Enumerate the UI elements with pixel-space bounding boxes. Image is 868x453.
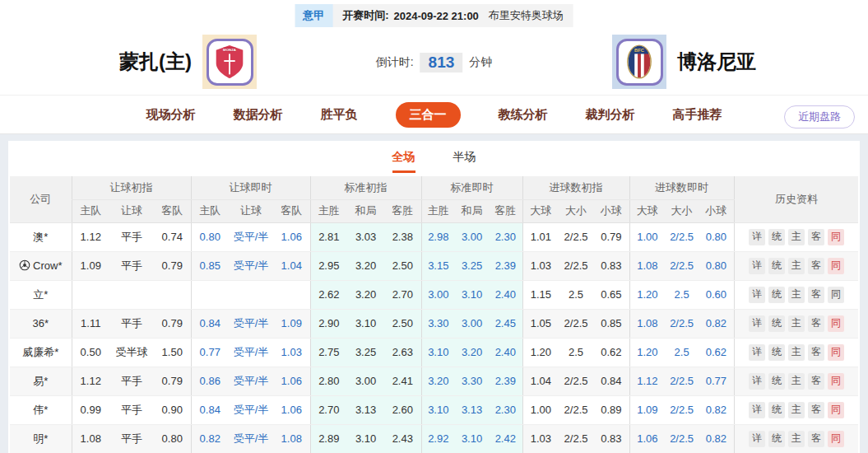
history-button-2[interactable]: 主: [788, 315, 805, 332]
odds-cell: 2.50: [384, 251, 421, 280]
history-button-4[interactable]: 同: [828, 431, 844, 447]
odds-cell: 3.03: [347, 222, 384, 251]
history-button-2[interactable]: 主: [788, 258, 805, 274]
odds-cell: 1.01: [522, 222, 559, 251]
col-group-2: 标准初指: [310, 176, 421, 199]
history-button-1[interactable]: 统: [768, 229, 785, 245]
history-button-0[interactable]: 详: [749, 258, 765, 274]
odds-cell: 2/2.5: [559, 395, 593, 424]
history-button-3[interactable]: 客: [808, 344, 824, 361]
odds-cell: 0.62: [593, 338, 629, 367]
company-name[interactable]: 威廉希*: [10, 338, 72, 367]
odds-cell: 2.75: [310, 338, 347, 367]
company-row: 易*1.12平手0.790.86受平/半1.062.803.002.413.20…: [10, 367, 858, 395]
history-button-2[interactable]: 主: [788, 431, 805, 447]
history-button-2[interactable]: 主: [788, 402, 805, 418]
subtab-1[interactable]: 半场: [453, 150, 476, 173]
odds-cell: 2.39: [489, 251, 522, 280]
odds-cell: 受平/半: [229, 251, 273, 280]
away-team-block: BFC 博洛尼亚: [612, 35, 756, 89]
history-button-1[interactable]: 统: [768, 402, 785, 418]
history-button-0[interactable]: 详: [749, 287, 765, 303]
history-button-1[interactable]: 统: [768, 373, 785, 390]
odds-cell: 3.15: [421, 251, 455, 280]
odds-cell: 3.30: [455, 367, 489, 395]
company-name[interactable]: 伟*: [10, 395, 72, 424]
history-button-4[interactable]: 同: [828, 402, 844, 418]
history-button-2[interactable]: 主: [788, 344, 805, 361]
nav-tab-6[interactable]: 高手推荐: [673, 107, 722, 123]
company-name[interactable]: 立*: [10, 280, 72, 309]
odds-cell: 2/2.5: [559, 309, 593, 338]
subtab-0[interactable]: 全场: [392, 150, 415, 173]
bologna-crest-icon: BFC: [616, 39, 663, 86]
nav-tab-5[interactable]: 裁判分析: [586, 107, 635, 123]
history-button-1[interactable]: 统: [768, 315, 785, 332]
history-button-3[interactable]: 客: [808, 431, 824, 447]
svg-text:BFC: BFC: [634, 48, 644, 53]
history-button-4[interactable]: 同: [828, 373, 844, 390]
history-button-3[interactable]: 客: [808, 229, 824, 245]
period-subtabs: 全场半场: [8, 141, 860, 173]
odds-cell: 0.82: [699, 395, 734, 424]
company-name[interactable]: 易*: [10, 367, 72, 395]
history-button-0[interactable]: 详: [749, 344, 765, 361]
history-button-4[interactable]: 同: [828, 229, 844, 245]
history-button-0[interactable]: 详: [749, 315, 765, 332]
nav-tab-0[interactable]: 现场分析: [146, 107, 196, 123]
odds-cell: 3.10: [347, 309, 384, 338]
odds-cell: 2.45: [489, 309, 522, 338]
history-button-3[interactable]: 客: [808, 287, 824, 303]
history-button-4[interactable]: 同: [828, 258, 844, 274]
history-button-1[interactable]: 统: [768, 344, 785, 361]
countdown-value: 813: [420, 53, 463, 72]
history-button-1[interactable]: 统: [768, 431, 785, 447]
odds-cell: 2/2.5: [665, 251, 699, 280]
history-button-4[interactable]: 同: [828, 287, 844, 303]
odds-cell: 3.20: [347, 280, 384, 309]
col-sub-1-0: 主队: [191, 199, 229, 222]
history-button-2[interactable]: 主: [788, 287, 805, 303]
history-button-0[interactable]: 详: [749, 373, 765, 390]
history-button-0[interactable]: 详: [749, 229, 765, 245]
nav-tab-1[interactable]: 数据分析: [234, 107, 283, 123]
odds-cell: 2.38: [384, 222, 421, 251]
col-sub-1-2: 客队: [273, 199, 310, 222]
odds-cell: 2.5: [665, 280, 699, 309]
history-button-0[interactable]: 详: [749, 431, 765, 447]
odds-cell: 2.60: [384, 395, 421, 424]
nav-tab-3[interactable]: 三合一: [396, 102, 461, 128]
odds-cell: 2.40: [489, 280, 522, 309]
history-button-3[interactable]: 客: [808, 315, 824, 332]
history-button-2[interactable]: 主: [788, 373, 805, 390]
recent-trend-button[interactable]: 近期盘路: [784, 105, 855, 128]
history-button-0[interactable]: 详: [749, 402, 765, 418]
nav-tab-4[interactable]: 教练分析: [499, 107, 548, 123]
odds-cell: 0.79: [593, 222, 629, 251]
history-button-1[interactable]: 统: [768, 258, 785, 274]
company-name[interactable]: 澳*: [10, 222, 72, 251]
history-button-3[interactable]: 客: [808, 402, 824, 418]
history-button-4[interactable]: 同: [828, 344, 844, 361]
company-name[interactable]: Crow*: [10, 251, 72, 280]
history-button-2[interactable]: 主: [788, 229, 805, 245]
history-button-4[interactable]: 同: [828, 315, 844, 332]
company-name[interactable]: 36*: [10, 309, 72, 338]
history-button-3[interactable]: 客: [808, 373, 824, 390]
odds-cell: 2.63: [384, 338, 421, 367]
nav-tab-2[interactable]: 胜平负: [321, 107, 358, 123]
monza-crest-icon: MONZA: [207, 39, 253, 86]
history-button-1[interactable]: 统: [768, 287, 785, 303]
history-button-3[interactable]: 客: [808, 258, 824, 274]
league-badge[interactable]: 意甲: [295, 4, 332, 27]
odds-cell: 受平/半: [229, 338, 273, 367]
odds-cell: 1.20: [629, 280, 665, 309]
odds-table-head: 公司让球初指让球即时标准初指标准即时进球数初指进球数即时历史资料主队让球客队主队…: [10, 176, 858, 222]
company-name[interactable]: 明*: [10, 424, 72, 453]
odds-cell: 1.09: [273, 309, 310, 338]
odds-cell: 0.82: [699, 424, 734, 453]
company-row: 立*2.623.202.703.003.102.401.152.50.651.2…: [10, 280, 858, 309]
odds-cell: 0.99: [72, 395, 109, 424]
col-sub-0-2: 客队: [154, 199, 191, 222]
odds-cell: [191, 280, 229, 309]
